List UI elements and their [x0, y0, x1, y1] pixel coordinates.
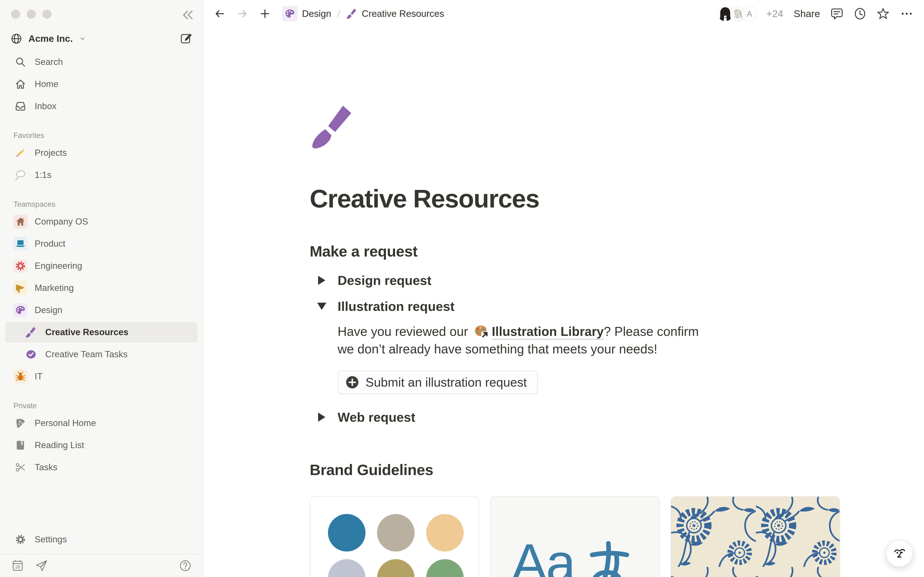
illustration-request-body: Have you reviewed our Illustration Libra…	[338, 323, 713, 358]
sidebar-item-label: Engineering	[35, 261, 82, 271]
sidebar-item-label: Search	[35, 57, 63, 67]
palette-icon	[13, 303, 27, 317]
history-clock-icon[interactable]	[854, 8, 866, 20]
search-icon	[13, 55, 27, 69]
toggle-web-request[interactable]: Web request	[310, 410, 924, 425]
window-zoom-button[interactable]	[42, 10, 52, 19]
avatar	[717, 6, 733, 22]
collaborator-avatars[interactable]: A	[717, 6, 757, 22]
plus-icon[interactable]	[258, 8, 271, 20]
forward-arrow-icon[interactable]	[236, 8, 249, 20]
notion-ai-button[interactable]	[886, 540, 913, 567]
page-paintbrush-icon[interactable]	[310, 104, 356, 150]
more-options-icon[interactable]	[900, 7, 913, 21]
sidebar-item-label: Product	[35, 239, 65, 249]
sidebar-item-projects[interactable]: Projects	[5, 143, 197, 163]
window-controls	[0, 0, 203, 21]
paper-plane-icon[interactable]	[35, 559, 48, 572]
toggle-design-request[interactable]: Design request	[310, 273, 924, 288]
toggle-illustration-request[interactable]: Illustration request	[310, 299, 924, 314]
section-heading-make-a-request[interactable]: Make a request	[310, 243, 924, 260]
illustration-library-link[interactable]: Illustration Library	[492, 324, 604, 340]
pencil-icon	[13, 146, 27, 160]
calendar-day-number: 28	[15, 564, 20, 569]
sidebar-item-personal-home[interactable]: Personal Home	[5, 413, 197, 434]
new-page-icon[interactable]	[180, 32, 193, 45]
kana-a-glyph	[581, 538, 638, 577]
sidebar: Acme Inc. Search Home	[0, 0, 204, 577]
sidebar-item-reading-list[interactable]: Reading List	[5, 435, 197, 456]
color-swatch	[328, 514, 365, 551]
color-swatch	[377, 559, 415, 577]
page-title[interactable]: Creative Resources	[310, 184, 924, 213]
workspace-switcher[interactable]: Acme Inc.	[6, 29, 197, 48]
sidebar-item-product[interactable]: Product	[5, 234, 197, 254]
sidebar-collapse-icon[interactable]	[181, 8, 195, 22]
sidebar-item-label: Company OS	[35, 217, 88, 227]
plus-circle-icon	[345, 375, 359, 389]
globe-icon	[10, 32, 23, 45]
sidebar-item-search[interactable]: Search	[5, 52, 197, 73]
bug-icon	[13, 369, 27, 384]
paintbrush-icon	[346, 8, 357, 19]
megaphone-icon	[13, 281, 27, 295]
sidebar-item-label: Tasks	[35, 462, 58, 472]
back-arrow-icon[interactable]	[213, 8, 226, 20]
sidebar-item-design[interactable]: Design	[5, 300, 197, 321]
sidebar-item-engineering[interactable]: Engineering	[5, 256, 197, 276]
breadcrumb-page[interactable]: Creative Resources	[362, 8, 444, 19]
sidebar-item-settings[interactable]: Settings	[5, 529, 197, 550]
favorite-star-icon[interactable]	[877, 8, 889, 20]
check-circle-icon	[24, 347, 38, 361]
section-heading-brand-guidelines[interactable]: Brand Guidelines	[310, 461, 924, 479]
window-close-button[interactable]	[11, 10, 20, 19]
sidebar-item-label: Design	[35, 305, 62, 315]
sidebar-item-creative-resources[interactable]: Creative Resources	[5, 322, 197, 343]
sidebar-item-1-1s[interactable]: 1:1s	[5, 165, 197, 185]
calendar-icon[interactable]: 28	[11, 559, 24, 572]
sidebar-item-tasks[interactable]: Tasks	[5, 457, 197, 478]
sidebar-item-inbox[interactable]: Inbox	[5, 96, 197, 117]
sidebar-item-creative-team-tasks[interactable]: Creative Team Tasks	[5, 344, 197, 365]
palette-emoji-icon[interactable]	[473, 324, 488, 338]
sidebar-item-label: Home	[35, 79, 58, 89]
paintbrush-icon	[24, 325, 38, 339]
sidebar-item-label: Inbox	[35, 101, 57, 111]
share-button[interactable]: Share	[794, 8, 820, 19]
toggle-collapsed-icon[interactable]	[315, 410, 328, 424]
color-swatch	[377, 514, 415, 551]
sidebar-item-label: Reading List	[35, 440, 84, 450]
home-icon	[13, 77, 27, 91]
notion-ai-face-icon	[892, 546, 907, 561]
floral-pattern-card	[670, 496, 840, 577]
sidebar-item-marketing[interactable]: Marketing	[5, 278, 197, 298]
sidebar-section-favorites[interactable]: Favorites	[5, 131, 197, 140]
color-palette-card	[310, 496, 479, 577]
color-swatch	[426, 514, 464, 551]
workspace-name: Acme Inc.	[28, 34, 73, 44]
sidebar-item-home[interactable]: Home	[5, 74, 197, 95]
sidebar-item-it[interactable]: IT	[5, 366, 197, 387]
collaborator-overflow-count[interactable]: +24	[766, 8, 783, 19]
toggle-expanded-icon[interactable]	[315, 300, 328, 313]
window-minimize-button[interactable]	[27, 10, 36, 19]
pizza-icon	[13, 416, 27, 430]
sidebar-section-teamspaces[interactable]: Teamspaces	[5, 200, 197, 209]
submit-illustration-request-button[interactable]: Submit an illustration request	[338, 371, 538, 394]
page-content: Creative Resources Make a request Design…	[204, 27, 924, 577]
brand-guidelines-cards: Aa	[310, 496, 924, 577]
breadcrumb: Design / Creative Resources	[282, 6, 444, 21]
palette-icon[interactable]	[282, 6, 298, 21]
floral-pattern-image	[671, 497, 840, 577]
sidebar-item-label: 1:1s	[35, 170, 52, 180]
comments-icon[interactable]	[830, 8, 843, 20]
sidebar-section-private[interactable]: Private	[5, 401, 197, 410]
toggle-collapsed-icon[interactable]	[315, 274, 328, 287]
house-icon	[13, 215, 27, 229]
breadcrumb-separator: /	[338, 8, 340, 19]
sidebar-item-label: Settings	[35, 534, 67, 545]
sidebar-item-company-os[interactable]: Company OS	[5, 211, 197, 232]
help-icon[interactable]	[179, 559, 192, 572]
breadcrumb-teamspace[interactable]: Design	[302, 8, 331, 19]
laptop-icon	[13, 237, 27, 251]
